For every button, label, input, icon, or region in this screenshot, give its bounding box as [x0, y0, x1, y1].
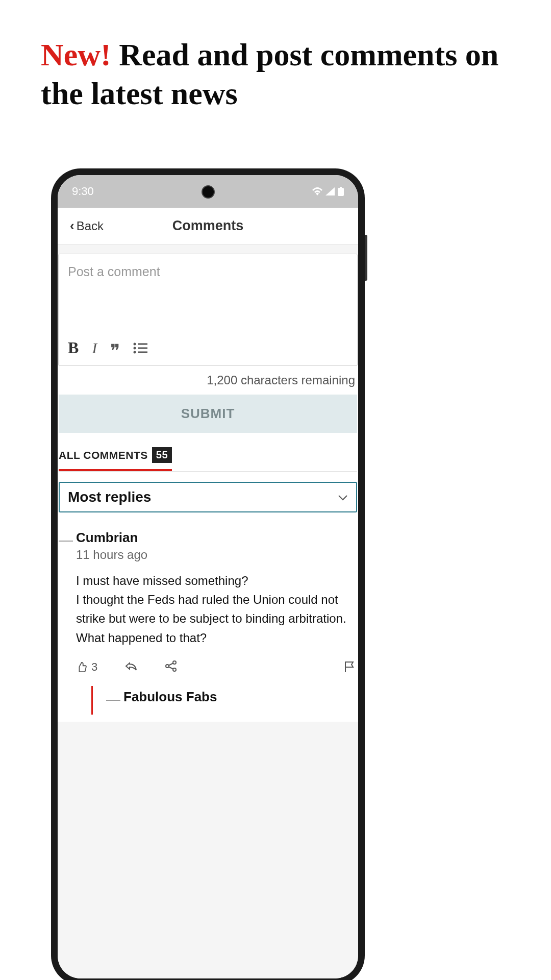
svg-point-2 — [134, 342, 136, 345]
comment-author[interactable]: Fabulous Fabs — [123, 689, 353, 705]
sort-dropdown[interactable]: Most replies — [59, 482, 357, 512]
svg-point-10 — [173, 668, 176, 671]
comment-item: — Cumbrian 11 hours ago I must have miss… — [59, 523, 357, 722]
tab-all-comments[interactable]: ALL COMMENTS 55 — [59, 447, 172, 471]
svg-point-6 — [134, 351, 136, 353]
svg-point-9 — [173, 661, 176, 664]
battery-icon — [338, 187, 344, 196]
like-button[interactable]: 3 — [76, 660, 97, 674]
flag-icon — [344, 661, 355, 673]
collapse-toggle[interactable]: — — [59, 530, 71, 715]
svg-rect-1 — [340, 187, 342, 188]
italic-button[interactable]: I — [92, 339, 97, 357]
signal-icon — [325, 187, 335, 195]
share-icon — [165, 660, 177, 672]
svg-line-12 — [169, 667, 173, 669]
comment-input[interactable]: Post a comment — [59, 254, 357, 333]
svg-rect-7 — [138, 351, 147, 353]
sort-selected: Most replies — [68, 489, 151, 505]
char-count: 1,200 characters remaining — [59, 366, 357, 395]
comment-text: I must have missed something? I thought … — [76, 571, 355, 647]
quote-button[interactable]: ❞ — [110, 347, 120, 356]
comment-composer: Post a comment B I ❞ — [58, 254, 358, 366]
share-button[interactable] — [165, 660, 177, 674]
reply-thread: — Fabulous Fabs — [91, 686, 355, 715]
comment-count-badge: 55 — [152, 447, 172, 463]
list-button[interactable] — [133, 342, 147, 354]
chevron-down-icon — [338, 492, 348, 503]
phone-side-button — [365, 235, 367, 281]
status-bar: 9:30 — [58, 175, 358, 208]
comment-actions: 3 — [76, 660, 355, 674]
reply-icon — [125, 661, 137, 671]
camera-hole — [202, 185, 215, 199]
comment-timestamp: 11 hours ago — [76, 548, 355, 562]
tab-all-label: ALL COMMENTS — [59, 449, 148, 461]
svg-rect-0 — [338, 188, 344, 196]
svg-point-4 — [134, 347, 136, 349]
svg-rect-3 — [138, 343, 147, 345]
svg-point-8 — [166, 665, 169, 668]
bold-button[interactable]: B — [68, 338, 79, 357]
comment-author[interactable]: Cumbrian — [76, 530, 355, 546]
phone-frame: 9:30 ‹ Back Comments Post a comment B — [51, 168, 365, 980]
tabs-row: ALL COMMENTS 55 — [59, 447, 357, 472]
content-area: Post a comment B I ❞ 1,200 characters re… — [58, 244, 358, 978]
nav-bar: ‹ Back Comments — [58, 208, 358, 244]
svg-line-11 — [169, 663, 173, 665]
back-button[interactable]: ‹ Back — [70, 218, 104, 234]
page-title: Comments — [172, 218, 244, 234]
comment-item: — Fabulous Fabs — [106, 686, 355, 715]
status-time: 9:30 — [72, 185, 94, 198]
format-toolbar: B I ❞ — [59, 333, 357, 365]
thumbs-up-icon — [76, 662, 87, 673]
phone-screen: 9:30 ‹ Back Comments Post a comment B — [58, 175, 358, 978]
collapse-toggle[interactable]: — — [106, 689, 118, 707]
wifi-icon — [312, 187, 322, 195]
promo-headline: New! Read and post comments on the lates… — [0, 0, 551, 113]
back-label: Back — [77, 219, 104, 233]
chevron-left-icon: ‹ — [70, 218, 74, 234]
headline-accent: New! — [41, 37, 111, 72]
svg-rect-5 — [138, 347, 147, 349]
submit-button[interactable]: SUBMIT — [59, 395, 357, 433]
reply-button[interactable] — [125, 661, 137, 673]
flag-button[interactable] — [344, 661, 355, 673]
like-count: 3 — [91, 660, 97, 674]
status-icons — [312, 187, 344, 196]
